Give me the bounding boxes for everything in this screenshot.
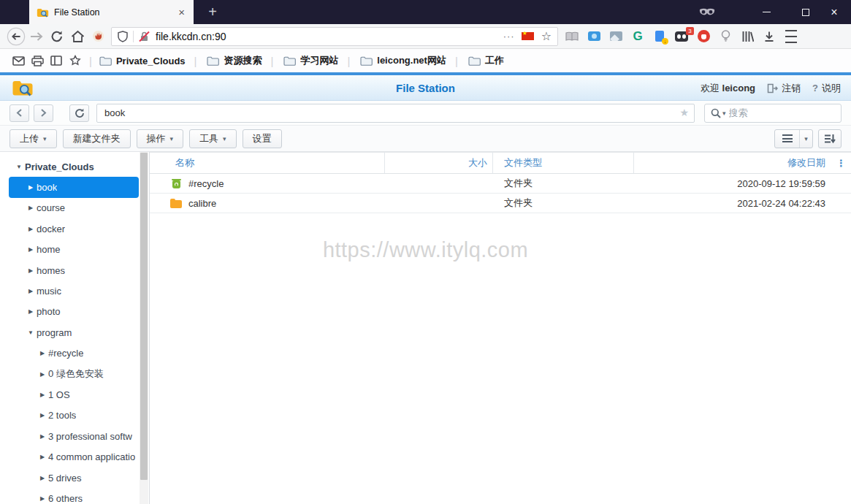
- sidebar-item-music[interactable]: ▶ music: [9, 280, 139, 301]
- forward-button[interactable]: [26, 26, 47, 47]
- search-scope-caret-icon[interactable]: ▾: [722, 110, 726, 117]
- downloads-icon[interactable]: [758, 26, 780, 47]
- browser-tab[interactable]: File Station ×: [29, 0, 194, 24]
- reload-button[interactable]: [47, 26, 67, 47]
- tree-arrow-icon[interactable]: ▶: [38, 433, 47, 440]
- sidebar-item-#recycle[interactable]: ▶ #recycle: [9, 343, 139, 364]
- sidebar-item-homes[interactable]: ▶ homes: [9, 260, 139, 280]
- tree-arrow-icon[interactable]: ▶: [38, 371, 47, 378]
- tools-button[interactable]: 工具▾: [189, 129, 237, 148]
- column-menu-icon[interactable]: ⋮: [831, 158, 851, 169]
- new-tab-button[interactable]: +: [203, 3, 222, 20]
- fs-refresh-button[interactable]: [69, 104, 89, 122]
- print-icon[interactable]: [28, 52, 47, 69]
- sidebar-item-5-drives[interactable]: ▶ 5 drives: [9, 467, 139, 488]
- sidebar-item-program[interactable]: ▼ program: [9, 322, 139, 343]
- tree-arrow-icon[interactable]: ▶: [26, 308, 35, 315]
- tree-arrow-icon[interactable]: ▶: [38, 475, 47, 481]
- sidebar-scrollbar-track[interactable]: [140, 152, 148, 504]
- document-download-extension-icon[interactable]: ↓: [649, 26, 671, 47]
- tree-arrow-icon[interactable]: ▶: [26, 184, 35, 191]
- bookmark-star-icon[interactable]: ☆: [541, 31, 552, 42]
- bookmark-folder[interactable]: 工作: [468, 54, 504, 67]
- extension-hand-icon[interactable]: [88, 26, 108, 47]
- settings-button[interactable]: 设置: [243, 129, 282, 148]
- reading-list-extension-icon[interactable]: [561, 26, 583, 47]
- view-mode-caret-icon[interactable]: ▾: [800, 130, 812, 148]
- green-g-extension-icon[interactable]: G: [627, 26, 649, 47]
- column-header-modified[interactable]: 修改日期: [634, 156, 831, 169]
- translate-flag-icon[interactable]: ★: [522, 32, 534, 40]
- fs-back-button[interactable]: [9, 104, 29, 122]
- sidebar-item-docker[interactable]: ▶ docker: [9, 218, 139, 239]
- home-button[interactable]: [67, 26, 88, 47]
- page-actions-icon[interactable]: ···: [503, 31, 515, 42]
- column-header-size[interactable]: 大小: [385, 153, 493, 173]
- tree-arrow-icon[interactable]: ▶: [26, 205, 35, 211]
- starred-bookmarks-icon[interactable]: [66, 52, 85, 69]
- fs-forward-button[interactable]: [34, 104, 53, 122]
- tree-arrow-icon[interactable]: ▶: [38, 495, 47, 502]
- list-view-icon[interactable]: [775, 130, 800, 148]
- tree-expanded-icon[interactable]: ▼: [15, 164, 23, 170]
- new-folder-button[interactable]: 新建文件夹: [63, 129, 131, 148]
- search-input[interactable]: [729, 107, 835, 118]
- help-link[interactable]: ? 说明: [812, 82, 841, 95]
- sidebar-panel-icon[interactable]: [47, 52, 66, 69]
- tree-arrow-icon[interactable]: ▶: [38, 454, 47, 460]
- url-text[interactable]: file.kkcdn.cn:90: [156, 31, 503, 42]
- mask-extension-icon[interactable]: 3: [671, 26, 692, 47]
- tree-arrow-icon[interactable]: ▶: [38, 412, 47, 419]
- sidebar-item-4-common-applicatio[interactable]: ▶ 4 common applicatio: [9, 446, 139, 467]
- url-bar[interactable]: file.kkcdn.cn:90 ··· ★ ☆: [111, 27, 558, 46]
- logout-link[interactable]: 注销: [767, 82, 801, 95]
- shield-icon[interactable]: [118, 31, 128, 42]
- sidebar-item-6-others[interactable]: ▶ 6 others: [9, 488, 139, 504]
- sidebar-item-0-[interactable]: ▶ 0 绿色免安装: [9, 364, 139, 384]
- bookmark-folder[interactable]: 学习网站 |: [283, 54, 354, 67]
- action-button[interactable]: 操作▾: [137, 129, 184, 148]
- path-input[interactable]: [96, 104, 695, 123]
- favorite-star-icon[interactable]: ★: [679, 107, 689, 118]
- bookmark-folder[interactable]: 资源搜索 |: [207, 54, 278, 67]
- sidebar-item-book[interactable]: ▶ book: [9, 177, 139, 197]
- view-mode-button[interactable]: ▾: [774, 129, 813, 148]
- sidebar-item-3-professional-softw[interactable]: ▶ 3 professional softw: [9, 426, 139, 446]
- tree-arrow-icon[interactable]: ▼: [26, 329, 35, 336]
- bookmark-folder[interactable]: leicong.net网站 |: [360, 54, 462, 67]
- column-header-type[interactable]: 文件类型: [493, 153, 634, 173]
- insecure-lock-icon[interactable]: [139, 31, 150, 42]
- sidebar-item-home[interactable]: ▶ home: [9, 240, 139, 260]
- mail-icon[interactable]: [9, 52, 28, 69]
- tree-arrow-icon[interactable]: ▶: [26, 226, 35, 232]
- upload-button[interactable]: 上传▾: [9, 129, 57, 148]
- sidebar-item-photo[interactable]: ▶ photo: [9, 302, 139, 322]
- sort-button[interactable]: [818, 129, 842, 148]
- menu-hamburger-icon[interactable]: [780, 26, 802, 47]
- camera-extension-icon[interactable]: [583, 26, 605, 47]
- table-header: 名称 大小 文件类型 修改日期 ⋮: [150, 152, 851, 174]
- sidebar-root-private-clouds[interactable]: ▼ Private_Clouds: [9, 156, 139, 177]
- sidebar-item-1-os[interactable]: ▶ 1 OS: [9, 384, 139, 405]
- column-header-name[interactable]: 名称: [150, 153, 385, 173]
- bookmark-folder[interactable]: Private_Clouds |: [99, 55, 202, 67]
- sidebar-scrollbar-thumb[interactable]: [140, 153, 148, 480]
- library-icon[interactable]: [736, 26, 758, 47]
- tree-arrow-icon[interactable]: ▶: [26, 288, 35, 294]
- sidebar-item-course[interactable]: ▶ course: [9, 198, 139, 218]
- search-box[interactable]: ▾: [704, 104, 842, 123]
- tree-arrow-icon[interactable]: ▶: [38, 392, 47, 398]
- tree-arrow-icon[interactable]: ▶: [38, 350, 47, 356]
- window-minimize-button[interactable]: [749, 0, 783, 24]
- tree-arrow-icon[interactable]: ▶: [26, 267, 35, 274]
- file-row[interactable]: calibre 文件夹 2021-02-24 04:22:43: [150, 194, 851, 213]
- back-button[interactable]: [6, 26, 26, 47]
- sidebar-item-2-tools[interactable]: ▶ 2 tools: [9, 405, 139, 426]
- tab-close-icon[interactable]: ×: [175, 5, 188, 19]
- tree-arrow-icon[interactable]: ▶: [26, 246, 35, 253]
- image-extension-icon[interactable]: [605, 26, 627, 47]
- lightbulb-extension-icon[interactable]: [714, 26, 736, 47]
- file-row[interactable]: #recycle 文件夹 2020-09-12 19:59:59: [150, 174, 851, 194]
- adblock-extension-icon[interactable]: [692, 26, 714, 47]
- window-close-button[interactable]: ×: [817, 0, 851, 24]
